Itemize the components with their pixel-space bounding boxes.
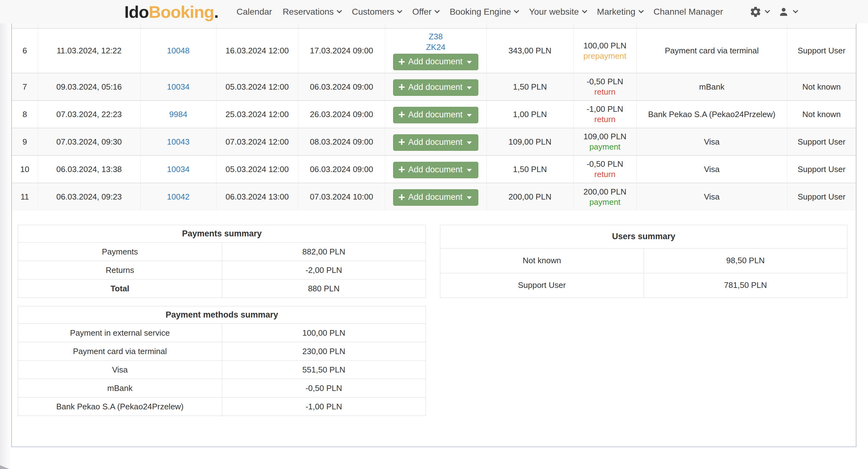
nav-item-label: Marketing xyxy=(597,7,636,17)
nav-item-label: Your website xyxy=(529,7,579,17)
caret-down-icon xyxy=(467,87,472,89)
nav-item-label: Customers xyxy=(352,7,394,17)
user-cell: Support User xyxy=(787,156,856,183)
nav-item-label: Reservations xyxy=(283,7,334,17)
summary-value: 230,00 PLN xyxy=(222,342,426,361)
amount-cell: 1,00 PLN xyxy=(487,101,574,128)
summary-row: Support User 781,50 PLN xyxy=(440,273,847,298)
summary-value: 882,00 PLN xyxy=(222,243,426,261)
summary-label: Returns xyxy=(18,261,222,279)
summary-label: Support User xyxy=(440,273,644,298)
document-link[interactable]: Z38 xyxy=(389,31,484,42)
page-edge-shadow xyxy=(0,24,11,469)
summary-label: Payments xyxy=(18,243,222,261)
payment-value: 100,00 PLN xyxy=(577,41,633,51)
nav-item-label: Calendar xyxy=(237,7,272,17)
brand-logo-accent: Booking xyxy=(149,2,214,21)
date-to: 26.03.2024 09:00 xyxy=(298,101,385,128)
main-menu: Calendar Reservations Customers Offer Bo… xyxy=(237,7,723,17)
reservation-link[interactable]: 10043 xyxy=(167,137,189,146)
documents-cell: +Add document xyxy=(385,73,487,101)
settings-menu[interactable] xyxy=(749,6,769,18)
date-to: 07.03.2024 10:00 xyxy=(298,183,385,210)
payments-summary-table: Payments summary Payments 882,00 PLN Ret… xyxy=(18,225,426,298)
payment-type: return xyxy=(577,114,633,125)
users-summary-title: Users summary xyxy=(440,225,847,248)
summary-value: 98,50 PLN xyxy=(644,248,847,273)
payment-method: mBank xyxy=(637,73,787,101)
payment-method: Bank Pekao S.A (Pekao24Przelew) xyxy=(637,101,787,128)
created-date: 07.03.2024, 09:30 xyxy=(38,128,140,156)
reservation-link[interactable]: 10034 xyxy=(167,82,189,92)
add-document-button[interactable]: +Add document xyxy=(393,134,479,151)
top-navbar: IdoBooking. Calendar Reservations Custom… xyxy=(0,0,868,24)
payment-method: Visa xyxy=(637,128,787,156)
summary-label: Not known xyxy=(440,248,644,273)
payment-method: Visa xyxy=(637,183,787,210)
amount-cell: 200,00 PLN xyxy=(487,183,574,210)
amount-cell: 109,00 PLN xyxy=(487,128,574,156)
payment-type: payment xyxy=(577,197,633,207)
date-to: 06.03.2024 09:00 xyxy=(298,73,385,101)
summary-value: 781,50 PLN xyxy=(644,273,847,298)
chevron-down-icon xyxy=(582,8,587,13)
created-date: 11.03.2024, 12:22 xyxy=(38,28,140,73)
payments-summary-title: Payments summary xyxy=(18,225,426,243)
nav-item-reservations[interactable]: Reservations xyxy=(283,7,341,17)
nav-item-marketing[interactable]: Marketing xyxy=(597,7,643,17)
user-account-menu[interactable] xyxy=(777,6,797,18)
add-document-button[interactable]: +Add document xyxy=(393,79,479,96)
reservation-link[interactable]: 10048 xyxy=(167,46,189,55)
reservation-link[interactable]: 9984 xyxy=(169,110,187,119)
user-cell: Support User xyxy=(787,128,856,156)
nav-item-offer[interactable]: Offer xyxy=(412,7,439,17)
created-date: 07.03.2024, 22:23 xyxy=(38,101,140,128)
add-document-button[interactable]: +Add document xyxy=(393,107,479,123)
add-document-button[interactable]: +Add document xyxy=(393,189,479,206)
user-cell: Support User xyxy=(787,28,856,73)
payment-cell: 109,00 PLN payment xyxy=(574,128,637,156)
nav-item-customers[interactable]: Customers xyxy=(352,7,402,17)
payment-type: payment xyxy=(577,142,633,152)
date-from: 05.03.2024 12:00 xyxy=(216,73,298,101)
payment-value: -1,00 PLN xyxy=(577,104,633,114)
plus-icon: + xyxy=(398,110,405,119)
chevron-down-icon xyxy=(337,8,342,13)
summary-row: Returns -2,00 PLN xyxy=(18,261,426,279)
add-document-label: Add document xyxy=(408,192,462,202)
payment-value: 200,00 PLN xyxy=(577,187,633,197)
document-link[interactable]: ZK24 xyxy=(389,42,484,53)
table-row-clipped xyxy=(12,24,856,28)
summary-row: Payments 882,00 PLN xyxy=(18,243,426,261)
payment-methods-summary-table: Payment methods summary Payment in exter… xyxy=(18,306,426,416)
amount-cell: 1,50 PLN xyxy=(487,73,574,101)
created-date: 06.03.2024, 13:38 xyxy=(38,156,140,183)
summary-label: Payment card via terminal xyxy=(18,342,222,361)
summary-row: Visa 551,50 PLN xyxy=(18,361,426,379)
gear-icon xyxy=(749,6,762,18)
add-document-button[interactable]: +Add document xyxy=(393,54,479,70)
date-from: 05.03.2024 12:00 xyxy=(216,156,298,183)
nav-item-calendar[interactable]: Calendar xyxy=(237,7,272,17)
documents-cell: +Add document xyxy=(385,183,487,210)
brand-logo[interactable]: IdoBooking. xyxy=(124,2,218,22)
table-row: 7 09.03.2024, 05:16 10034 05.03.2024 12:… xyxy=(12,73,856,101)
date-from: 25.03.2024 12:00 xyxy=(216,101,298,128)
content-panel: 6 11.03.2024, 12:22 10048 16.03.2024 12:… xyxy=(11,24,857,447)
summary-row: Payment card via terminal 230,00 PLN xyxy=(18,342,426,361)
caret-down-icon xyxy=(467,61,472,64)
documents-cell: +Add document xyxy=(385,156,487,183)
nav-item-booking-engine[interactable]: Booking Engine xyxy=(450,7,518,17)
reservation-link[interactable]: 10034 xyxy=(167,165,189,174)
reservation-link[interactable]: 10042 xyxy=(167,192,189,201)
payment-cell: -0,50 PLN return xyxy=(574,156,637,183)
payment-cell: 100,00 PLN prepayment xyxy=(574,28,637,73)
add-document-button[interactable]: +Add document xyxy=(393,162,479,178)
chevron-down-icon xyxy=(514,8,519,13)
payment-cell: -0,50 PLN return xyxy=(574,73,637,101)
documents-cell: Z38 ZK24 +Add document xyxy=(385,28,487,73)
chevron-down-icon xyxy=(638,8,644,13)
nav-item-your-website[interactable]: Your website xyxy=(529,7,586,17)
nav-item-channel-manager[interactable]: Channel Manager xyxy=(654,7,723,17)
caret-down-icon xyxy=(467,114,472,117)
